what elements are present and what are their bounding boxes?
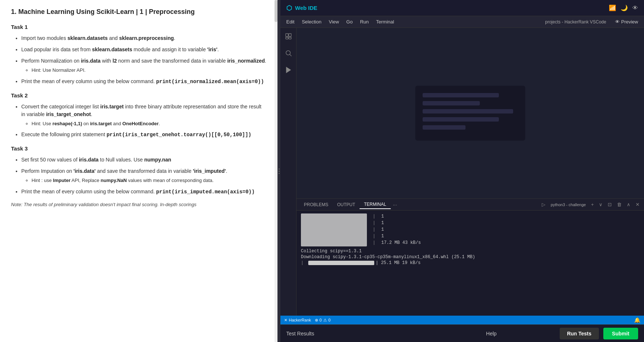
list-item: Import two modules sklearn.datasets and …	[21, 34, 266, 42]
bottom-bar: Test Results Help Run Tests Submit	[280, 324, 644, 342]
ide-topbar: ⬡ Web IDE 📶 🌙 👁	[280, 0, 644, 16]
terminal-tab-actions: ▷ python3 - challenge + ∨ ⊡ 🗑 ∧ ✕	[540, 201, 641, 208]
terminal-split-icon[interactable]: ⊡	[606, 201, 613, 208]
panel-divider[interactable]	[277, 0, 280, 342]
list-item: Print the mean of every column using the…	[21, 78, 266, 86]
help-label[interactable]: Help	[423, 331, 560, 337]
ide-logo-icon: ⬡	[286, 4, 292, 12]
pipe-char: |	[301, 260, 304, 265]
divider-dot	[279, 171, 280, 172]
terminal-progress-block: | 1 | 1 | 1	[301, 213, 640, 246]
terminal-close-icon[interactable]: ✕	[634, 201, 641, 208]
terminal-chevron-icon[interactable]: ∨	[597, 201, 604, 208]
divider-dot	[279, 168, 280, 170]
terminal-progress-visual	[301, 213, 367, 246]
task-3-heading: Task 3	[11, 145, 266, 152]
files-icon[interactable]	[283, 31, 294, 42]
bell-icon[interactable]: 🔔	[634, 317, 640, 323]
code-line	[423, 109, 513, 114]
terminal-line: | 1	[373, 214, 421, 219]
code-block	[415, 86, 525, 141]
editor-area: PROBLEMS OUTPUT TERMINAL ··· ▷ python3 -…	[297, 28, 644, 316]
scrollbar-thumb[interactable]	[275, 0, 277, 22]
more-tabs-icon[interactable]: ···	[391, 202, 400, 208]
pipe-char: |	[373, 227, 376, 232]
terminal-line: | 17.2 MB 43 kB/s	[373, 240, 421, 245]
action-buttons: Run Tests Submit	[560, 328, 638, 339]
terminal-add-icon[interactable]: +	[589, 201, 595, 208]
terminal-line: | 1	[373, 227, 421, 232]
code-line	[423, 93, 499, 97]
hint-list: Hint : use Imputer API, Replace numpy.Na…	[21, 177, 266, 184]
left-content: 1. Machine Learning Using Scikit-Learn |…	[0, 0, 277, 342]
terminal-line: | 1	[373, 220, 421, 226]
code-line	[423, 101, 480, 105]
tab-output[interactable]: OUTPUT	[333, 201, 360, 209]
status-bar: ✕ HackerRank ⊗ 0 ⚠ 0 🔔	[280, 316, 644, 324]
terminal-tabs: PROBLEMS OUTPUT TERMINAL ··· ▷ python3 -…	[297, 199, 644, 211]
svg-rect-0	[286, 34, 288, 37]
scrollbar-track[interactable]	[275, 0, 277, 342]
hint-item: Hint : use Imputer API, Replace numpy.Na…	[32, 177, 266, 184]
menu-run[interactable]: Run	[357, 18, 372, 25]
terminal-area: PROBLEMS OUTPUT TERMINAL ··· ▷ python3 -…	[297, 198, 644, 316]
terminal-line-downloading: Downloading scipy-1.3.1-cp35-cp35m-manyl…	[301, 254, 640, 260]
divider-dot	[279, 173, 280, 174]
activity-bar	[280, 28, 297, 316]
ide-panel: ⬡ Web IDE 📶 🌙 👁 Edit Selection View Go R…	[280, 0, 644, 342]
task-3-list: Set first 50 row values of iris.data to …	[11, 156, 266, 196]
run-tests-button[interactable]: Run Tests	[560, 328, 599, 339]
preview-button[interactable]: 👁 Preview	[612, 18, 641, 25]
menu-selection[interactable]: Selection	[299, 18, 324, 25]
list-item: Perform Imputation on 'iris.data' and sa…	[21, 167, 266, 184]
search-icon[interactable]	[283, 48, 294, 59]
run-debug-icon[interactable]	[283, 64, 294, 75]
ide-title: Web IDE	[295, 5, 317, 11]
download-progress-bar	[308, 261, 374, 265]
terminal-content[interactable]: | 1 | 1 | 1	[297, 211, 644, 316]
test-results-label[interactable]: Test Results	[286, 331, 423, 337]
terminal-run-icon[interactable]: ▷	[540, 201, 547, 208]
menu-go[interactable]: Go	[343, 18, 356, 25]
list-item: Execute the following print statement pr…	[21, 131, 266, 139]
task-2-heading: Task 2	[11, 92, 266, 98]
svg-point-4	[286, 51, 290, 55]
terminal-trash-icon[interactable]: 🗑	[615, 201, 623, 208]
svg-line-5	[290, 55, 291, 56]
pipe-char: |	[373, 240, 376, 245]
list-item: Set first 50 row values of iris.data to …	[21, 156, 266, 164]
note-text: Note: The results of preliminary validat…	[11, 202, 266, 207]
code-preview	[297, 28, 644, 198]
pipe-char: |	[373, 214, 376, 219]
terminal-maximize-icon[interactable]: ∧	[625, 201, 632, 208]
submit-button[interactable]: Submit	[603, 328, 638, 339]
task-2-list: Convert the categorical integer list iri…	[11, 103, 266, 139]
preview-icon: 👁	[615, 19, 620, 25]
signal-icon[interactable]: 📶	[609, 4, 616, 11]
menu-edit[interactable]: Edit	[283, 18, 297, 25]
status-hackerrank[interactable]: ✕ HackerRank	[284, 318, 311, 323]
terminal-session-label: python3 - challenge	[549, 202, 587, 208]
tab-problems[interactable]: PROBLEMS	[299, 201, 333, 209]
status-errors[interactable]: ⊗ 0 ⚠ 0	[315, 318, 331, 323]
pipe-char: |	[373, 234, 376, 239]
hint-item: Hint: Use reshape(-1,1) on iris.target a…	[32, 120, 266, 127]
code-line	[423, 125, 465, 130]
hint-list: Hint: Use Normalizer API.	[21, 67, 266, 74]
tab-terminal[interactable]: TERMINAL	[360, 200, 391, 209]
terminal-line: | 1	[373, 234, 421, 239]
svg-rect-3	[288, 37, 291, 39]
status-hr-icon: ✕	[284, 318, 287, 323]
code-line	[423, 117, 499, 122]
menu-terminal[interactable]: Terminal	[373, 18, 397, 25]
svg-rect-2	[286, 37, 288, 39]
menu-view[interactable]: View	[326, 18, 342, 25]
terminal-line-collecting: Collecting scipy==1.3.1	[301, 249, 640, 254]
menu-project-label: projects - HackerRank VSCode	[545, 19, 606, 25]
list-item: Perform Normalization on iris.data with …	[21, 57, 266, 74]
ide-logo: ⬡ Web IDE	[286, 4, 317, 12]
error-icon: ⊗	[315, 318, 318, 323]
hint-list: Hint: Use reshape(-1,1) on iris.target a…	[21, 120, 266, 127]
eye-icon[interactable]: 👁	[632, 5, 638, 11]
moon-icon[interactable]: 🌙	[621, 4, 628, 11]
